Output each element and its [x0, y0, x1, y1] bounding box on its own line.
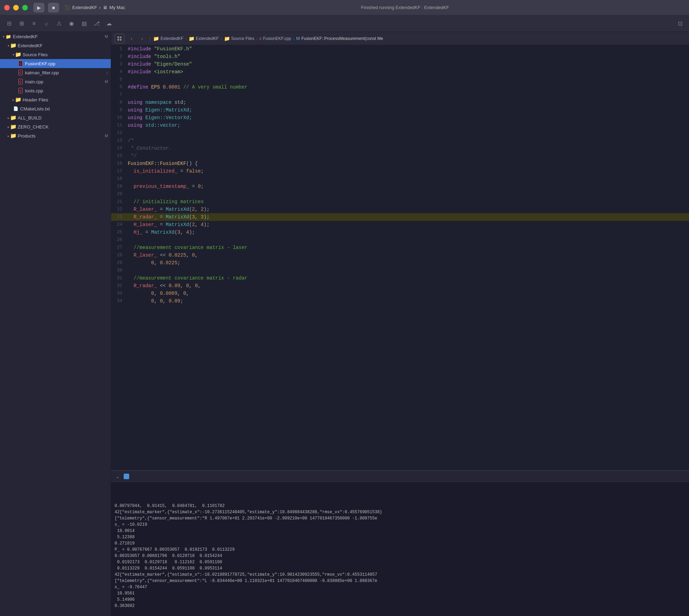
file-type-icon: 📁 [10, 133, 16, 139]
line-content[interactable]: #include "FusionEKF.h" [128, 45, 689, 53]
right-panel-button[interactable]: ⊡ [674, 18, 686, 29]
sidebar-item-fusioneekf-cpp[interactable]: cFusionEKF.cpp [0, 59, 111, 68]
title-bar-controls: ▶ ■ [33, 3, 59, 13]
sidebar-item-kalman-filter-cpp[interactable]: ckalman_filter.cpp↓ [0, 68, 111, 77]
method-icon: M [296, 36, 300, 41]
code-token: ( [174, 230, 177, 235]
code-token: , [177, 291, 183, 296]
line-content[interactable]: FusionEKF::FusionEKF() { [128, 160, 689, 167]
line-content[interactable]: //measurement covariance matrix - laser [128, 244, 689, 251]
breadcrumb-source-files[interactable]: 📁 Source Files [224, 36, 255, 41]
navigator-button[interactable]: ⊞ [16, 18, 27, 29]
bc-sep-4: › [293, 36, 294, 41]
minimize-button[interactable] [13, 5, 19, 10]
line-content[interactable] [128, 129, 689, 137]
git-button[interactable]: ☁ [103, 18, 115, 29]
breadcrumb-project-label: ExtendedKF [160, 36, 183, 41]
sidebar-item-cmakelists[interactable]: 📄CMakeLists.txt [0, 104, 111, 113]
terminal-line: 0.271819 [115, 540, 686, 547]
file-badge: ↓ [106, 70, 108, 75]
stop-button[interactable]: ■ [48, 3, 59, 13]
line-content[interactable]: is_initialized_ = false; [128, 167, 689, 175]
sidebar-item-label: ZERO_CHECK [18, 124, 49, 130]
code-editor[interactable]: 1#include "FusionEKF.h"2#include "tools.… [111, 45, 689, 470]
breadcrumb-function[interactable]: M FusionEKF::ProcessMeasurement(const Me [296, 36, 383, 41]
line-content[interactable]: 0, 0, 0.09; [128, 297, 689, 305]
code-token: , [195, 252, 198, 258]
line-content[interactable]: #include "tools.h" [128, 53, 689, 60]
line-content[interactable] [128, 175, 689, 183]
line-content[interactable]: R_radar_ << 0.09, 0, 0, [128, 282, 689, 290]
sidebar-toggle-button[interactable]: ⊟ [3, 18, 15, 29]
line-content[interactable]: Hj_ = MatrixXd(3, 4); [128, 228, 689, 236]
sidebar-item-zero-check[interactable]: ▸📁ZERO_CHECK [0, 122, 111, 131]
line-content[interactable] [128, 91, 689, 99]
sidebar-item-header-files[interactable]: ▸📁Header Files [0, 95, 111, 104]
terminal-line: 0.00353057 0.00681796 0.0129718 0.015424… [115, 553, 686, 559]
line-content[interactable]: using Eigen::MatrixXd; [128, 106, 689, 114]
code-token: 0.09 [169, 298, 181, 304]
breadcrumb-bar: ‹ › | 📁 ExtendedKF › 📁 ExtendedKF › 📁 So… [111, 32, 689, 45]
nav-forward-button[interactable]: › [138, 34, 147, 43]
sidebar-item-tools-cpp[interactable]: ctools.cpp [0, 86, 111, 95]
sidebar-item-all-build[interactable]: ▸📁ALL_BUILD [0, 113, 111, 122]
code-token: , [186, 291, 189, 296]
issues-button[interactable]: ⚠ [53, 18, 65, 29]
breadcrumb-file[interactable]: c FusionEKF.cpp [259, 36, 291, 41]
close-button[interactable] [4, 5, 10, 10]
line-content[interactable] [128, 190, 689, 198]
line-number: 21 [111, 198, 128, 206]
terminal-toggle-button[interactable]: ⌄ [114, 473, 122, 480]
code-line: 31 //measurement covariance matrix - rad… [111, 274, 689, 282]
line-content[interactable] [128, 267, 689, 274]
maximize-button[interactable] [22, 5, 28, 10]
terminal-line: ["telemetry",{"sensor_measurement":"L -9… [115, 578, 686, 584]
line-content[interactable]: 0, 0.0009, 0, [128, 290, 689, 297]
code-line: 26 [111, 236, 689, 244]
line-number: 13 [111, 137, 128, 144]
sidebar-item-extendedkf-group[interactable]: ▾📁ExtendedKF [0, 41, 111, 50]
line-content[interactable]: #include <iostream> [128, 68, 689, 76]
line-content[interactable]: #include "Eigen/Dense" [128, 60, 689, 68]
line-content[interactable]: previous_timestamp_ = 0; [128, 183, 689, 190]
terminal-tab[interactable] [124, 474, 129, 479]
terminal-container: ⌄ 0.00797044, 0.01415, 0.0484781, 0.1101… [111, 470, 689, 616]
sidebar-item-main-cpp[interactable]: cmain.cppM [0, 77, 111, 86]
line-content[interactable]: //measurement covariance matrix - radar [128, 274, 689, 282]
sidebar-item-products[interactable]: ▸📁ProductsM [0, 131, 111, 140]
grid-view-button[interactable] [115, 34, 124, 43]
run-button[interactable]: ▶ [33, 3, 44, 13]
code-token: , [198, 283, 201, 289]
line-content[interactable]: */ [128, 152, 689, 160]
line-content[interactable]: // initializing matrices [128, 198, 689, 206]
line-content[interactable]: R_laser_ << 0.0225, 0, [128, 251, 689, 259]
line-content[interactable] [128, 236, 689, 244]
breadcrumb-group[interactable]: 📁 ExtendedKF [189, 36, 219, 41]
debug-button[interactable]: ◉ [66, 18, 77, 29]
code-token: << [157, 283, 169, 289]
sidebar-item-source-files[interactable]: ▾📁Source Files [0, 50, 111, 59]
line-content[interactable]: /* [128, 137, 689, 144]
line-content[interactable]: 0, 0.0225; [128, 259, 689, 267]
line-content[interactable] [128, 76, 689, 83]
line-content[interactable]: using Eigen::VectorXd; [128, 114, 689, 122]
search-button[interactable]: ⌕ [41, 18, 52, 29]
source-control-button[interactable]: ⎇ [91, 18, 102, 29]
line-number: 29 [111, 259, 128, 267]
sidebar-item-extendedkf-root[interactable]: ▾📁ExtendedKFM [0, 32, 111, 41]
line-content[interactable]: using namespace std; [128, 99, 689, 106]
breadcrumb-project[interactable]: 📁 ExtendedKF [153, 36, 183, 41]
line-content[interactable]: H_laser_ = MatrixXd(2, 4); [128, 221, 689, 228]
code-token: 0.0225 [160, 260, 177, 266]
line-content[interactable]: using std::vector; [128, 122, 689, 129]
line-content[interactable]: * Constructor. [128, 144, 689, 152]
sidebar-item-label: tools.cpp [25, 88, 43, 93]
title-bar-status: Finished running ExtendedKF : ExtendedKF [125, 5, 685, 10]
nav-back-button[interactable]: ‹ [127, 34, 136, 43]
line-content[interactable]: R_radar_ = MatrixXd(3, 3); [128, 213, 689, 221]
scheme-selector[interactable]: ⬛ ExtendedKF › 🖥 My Mac [65, 5, 125, 10]
breakpoints-button[interactable]: ▤ [78, 18, 90, 29]
hierarchy-button[interactable]: ≡ [28, 18, 40, 29]
line-content[interactable]: R_laser_ = MatrixXd(2, 2); [128, 206, 689, 213]
line-content[interactable]: #define EPS 0.0001 // A very small numbe… [128, 83, 689, 91]
